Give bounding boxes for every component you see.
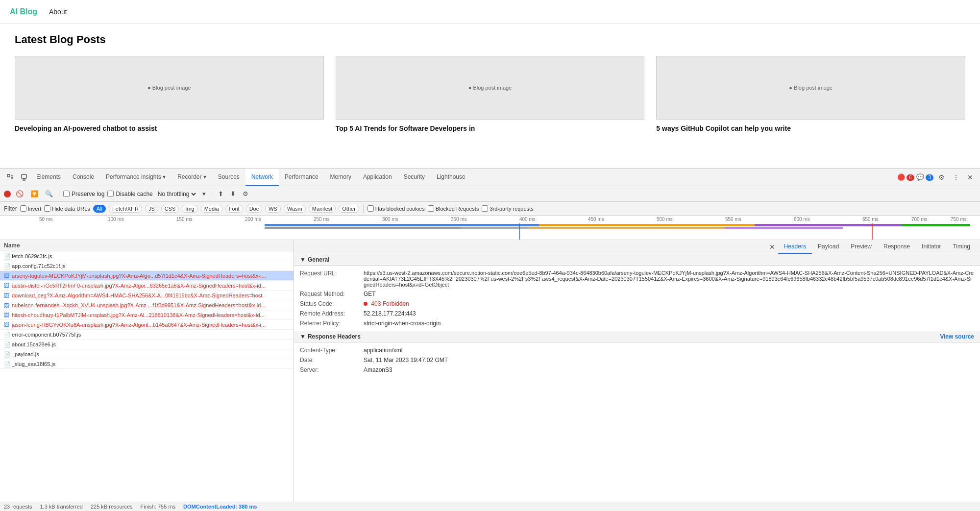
request-row-4[interactable]: 🖼 download.jpeg?X-Amz-Algorithm=AWS4-HMA… [0,291,294,300]
tab-security[interactable]: Security [398,169,431,186]
tab-lighthouse[interactable]: Lighthouse [431,169,471,186]
filter-all[interactable]: All [93,205,106,213]
details-tab-headers[interactable]: Headers [778,240,812,254]
response-headers-section-header[interactable]: ▼ Response Headers View source [294,331,980,342]
disable-cache-checkbox[interactable] [107,191,114,197]
request-row-3[interactable]: 🖼 austin-distel-nGc5RT2HmF0-unsplash.jpg… [0,281,294,291]
filter-font[interactable]: Font [225,205,243,213]
blocked-requests-label[interactable]: Blocked Requests [428,205,479,212]
disable-cache-label[interactable]: Disable cache [107,191,152,197]
filter-manifest[interactable]: Manifest [309,205,336,213]
blog-card-0[interactable]: ● Blog post image Developing an AI-power… [15,56,324,132]
tab-application[interactable]: Application [357,169,398,186]
throttle-dropdown-button[interactable]: ▾ [200,189,208,198]
preserve-log-checkbox[interactable] [63,191,70,197]
blog-card-2[interactable]: ● Blog post image 5 ways GitHub Copilot … [656,56,965,132]
tab-recorder[interactable]: Recorder ▾ [172,169,212,186]
invert-checkbox[interactable] [20,205,26,212]
close-details-button[interactable]: ✕ [766,241,778,253]
settings-button[interactable]: ⚙ [935,171,948,183]
details-tab-initiator[interactable]: Initiator [916,240,947,254]
filter-js[interactable]: JS [145,205,158,213]
tick-400ms: 400 ms [519,217,536,222]
filter-ws[interactable]: WS [265,205,281,213]
request-url-value[interactable]: https://s3.us-west-2.amazonaws.com/secur… [364,270,974,288]
request-row-8[interactable]: 📄 error-component.b075775f.js [0,330,294,340]
request-row-6[interactable]: 🖼 hitesh-choudhary-t1PalbMTJlM-unsplash.… [0,310,294,320]
record-button[interactable] [4,191,11,197]
third-party-label[interactable]: 3rd-party requests [482,205,533,212]
clear-button[interactable]: 🚫 [14,189,25,198]
nav-logo[interactable]: AI Blog [10,7,37,16]
blocked-cookies-label[interactable]: Has blocked cookies [368,205,425,212]
general-section-title: General [308,256,330,263]
blog-card-text-1: Top 5 AI Trends for Software Developers … [336,124,645,132]
tab-memory[interactable]: Memory [324,169,357,186]
request-row-7[interactable]: 🖼 jason-leung-HBGYvOKXu8A-unsplash.jpg?X… [0,320,294,330]
close-devtools-button[interactable]: ✕ [964,171,976,183]
remote-address-value: 52.218.177.224:443 [364,310,974,317]
request-name-2: arseny-togulev-MECKPoKJYjM-unsplash.jpg?… [12,273,290,279]
blog-title: Latest Blog Posts [15,33,965,46]
tab-performance-insights[interactable]: Performance insights ▾ [100,169,172,186]
hide-data-urls-checkbox[interactable] [44,205,50,212]
content-type-row: Content-Type: application/xml [300,345,974,355]
js-icon-9: 📄 [4,341,10,347]
resources-size: 225 kB resources [91,504,133,510]
tab-performance[interactable]: Performance [279,169,324,186]
filter-button[interactable]: 🔽 [28,189,40,198]
request-row-2[interactable]: 🖼 arseny-togulev-MECKPoKJYjM-unsplash.jp… [0,271,294,281]
filter-label: Filter [4,205,17,212]
filter-css[interactable]: CSS [161,205,179,213]
server-label: Server: [300,366,364,373]
tab-elements[interactable]: Elements [30,169,67,186]
timeline-waterfall [0,223,980,240]
tab-network[interactable]: Network [245,169,279,186]
hide-data-urls-label[interactable]: Hide data URLs [44,205,90,212]
filter-other[interactable]: Other [339,205,359,213]
filter-fetch-xhr[interactable]: Fetch/XHR [109,205,142,213]
blog-content: Latest Blog Posts ● Blog post image Deve… [0,24,980,168]
details-tab-payload[interactable]: Payload [812,240,845,254]
details-tab-response[interactable]: Response [878,240,916,254]
img-icon-5: 🖼 [4,302,10,308]
inspect-element-button[interactable] [4,172,17,183]
invert-filter-label[interactable]: Invert [20,205,42,212]
preserve-log-label[interactable]: Preserve log [63,191,104,197]
more-options-button[interactable]: ⋮ [950,171,962,183]
tab-console[interactable]: Console [67,169,100,186]
search-button[interactable]: 🔍 [43,189,55,198]
devtools-tabs: Elements Console Performance insights ▾ … [30,169,897,186]
tick-550ms: 550 ms [725,217,741,222]
import-button[interactable]: ⬆ [216,189,225,198]
device-toggle-button[interactable] [18,172,30,183]
filter-doc[interactable]: Doc [246,205,263,213]
request-row-9[interactable]: 📄 about.15ca28e6.js [0,340,294,349]
response-headers-collapse-icon: ▼ [300,333,306,340]
blocked-cookies-checkbox[interactable] [368,205,374,212]
third-party-checkbox[interactable] [482,205,488,212]
tab-sources[interactable]: Sources [212,169,245,186]
request-row-1[interactable]: 📄 app.config.71c52c1f.js [0,261,294,271]
export-button[interactable]: ⬇ [228,189,238,198]
details-tab-timing[interactable]: Timing [947,240,976,254]
details-tab-preview[interactable]: Preview [845,240,878,254]
request-row-5[interactable]: 🖼 nubelson-fernandes--Xqckh_XVU4-unsplas… [0,300,294,310]
filter-img[interactable]: Img [182,205,197,213]
tick-750ms: 750 ms [951,217,967,222]
filter-wasm[interactable]: Wasm [284,205,306,213]
request-row-0[interactable]: 📄 fetch.0629c3fc.js [0,251,294,261]
request-row-11[interactable]: 📄 _slug_eaa18f65.js [0,359,294,369]
nav-about[interactable]: About [49,8,67,16]
filter-media[interactable]: Media [201,205,222,213]
request-row-10[interactable]: 📄 _payload.js [0,349,294,359]
general-section-content: Request URL: https://s3.us-west-2.amazon… [294,266,980,331]
view-source-link[interactable]: View source [940,333,974,340]
tick-100ms: 100 ms [108,217,124,222]
settings-network-button[interactable]: ⚙ [241,189,250,198]
transferred-size: 1.3 kB transferred [40,504,82,510]
blog-card-1[interactable]: ● Blog post image Top 5 AI Trends for So… [336,56,645,132]
blocked-requests-checkbox[interactable] [428,205,434,212]
general-section-header[interactable]: ▼ General [294,254,980,266]
throttle-select[interactable]: No throttling [156,190,197,198]
